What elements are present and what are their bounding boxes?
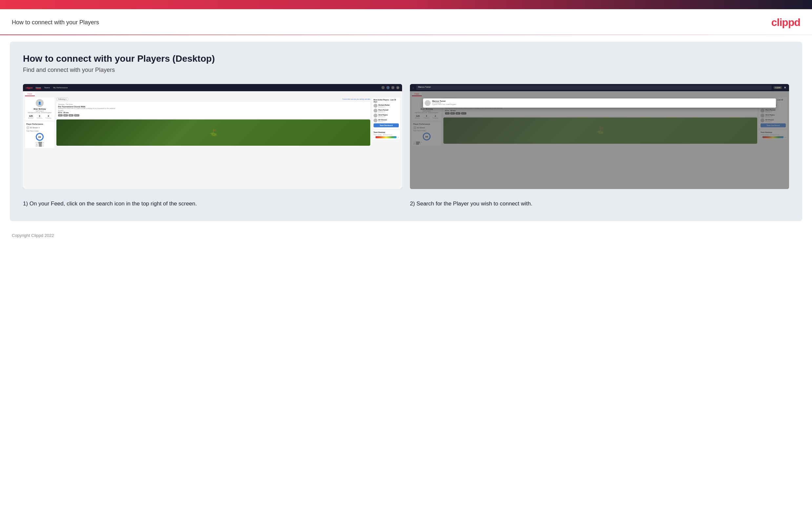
- footer: Copyright Clippd 2022: [0, 228, 812, 243]
- mini-nav-1: clippd Home Teams My Performance ⌕ 👤 ⚙ ◉: [23, 84, 402, 91]
- active-players-card: Most Active Players · Last 30 days Richa…: [372, 97, 400, 129]
- search-icon-nav[interactable]: ⌕: [381, 86, 385, 89]
- quality-label: Total Player Quality: [26, 130, 53, 132]
- screenshot-2: ⌕ Marcus Turner CLEAR ✕ Feed: [410, 84, 789, 189]
- following-row: Following ▾ Control who can see your act…: [56, 97, 370, 101]
- player-avatar-3: [374, 114, 378, 118]
- chevron-down-icon: ▾: [39, 127, 40, 129]
- quality-bar-arg: ARG ███ 84: [26, 145, 53, 147]
- player-item-4: Eli Vincent Activities: 1: [374, 119, 399, 122]
- clear-button[interactable]: CLEAR: [774, 86, 782, 89]
- mini-right-col: Most Active Players · Last 30 days Richa…: [372, 97, 400, 183]
- player-avatar-sm: [26, 126, 30, 129]
- page-title: How to connect with your Players: [12, 19, 99, 26]
- mini-nav-performance: My Performance: [53, 87, 67, 89]
- player-item-1: Richard Butler Activities: 7: [374, 104, 399, 108]
- header-divider: [0, 35, 812, 35]
- heatmap-range: -5 +5: [374, 136, 399, 138]
- heatmap-card: Team Heatmap Player Quality · 20 Round T…: [372, 130, 400, 139]
- header: How to connect with your Players clippd: [0, 9, 812, 35]
- profile-icon-nav[interactable]: ◉: [396, 86, 399, 89]
- player-info-3: Hiral Pujara Activities: 3: [378, 114, 399, 118]
- result-club: Cypress Point Club, United Kingdom: [432, 104, 456, 105]
- avatar: 👤: [36, 99, 44, 107]
- golf-image: ⛳: [56, 120, 370, 146]
- tag-arg: ARG: [68, 114, 74, 117]
- stat-followers: 3 Followers: [37, 115, 42, 119]
- mini-nav-icons: ⌕ 👤 ⚙ ◉: [381, 86, 399, 89]
- active-players-title: Most Active Players · Last 30 days: [374, 99, 399, 103]
- player-info-4: Eli Vincent Activities: 1: [378, 119, 399, 122]
- heatmap-title: Team Heatmap: [374, 131, 399, 133]
- search-input[interactable]: Marcus Turner: [416, 85, 772, 90]
- player-item-3: Hiral Pujara Activities: 3: [374, 114, 399, 118]
- profile-card: 👤 Blair McHarg Golf Coach Mill Ride Golf…: [25, 97, 54, 120]
- activity-location: Yesterday · The Grove: [58, 104, 369, 105]
- mini-left-col: 👤 Blair McHarg Golf Coach Mill Ride Golf…: [25, 97, 54, 183]
- player-select[interactable]: Eli Vincent ▾: [26, 126, 53, 129]
- mini-nav-home: Home: [36, 87, 41, 89]
- tag-ott: OTT: [58, 114, 63, 117]
- control-link[interactable]: Control who can see your activity and da…: [342, 98, 370, 100]
- caption-1: 1) On your Feed, click on the search ico…: [23, 200, 402, 208]
- player-performance-card: Player Performance Eli Vincent ▾ Total P…: [25, 122, 54, 148]
- search-icon: ⌕: [413, 86, 414, 89]
- player-item-2: Piers Parnell Activities: 4: [374, 109, 399, 113]
- main-content: How to connect with your Players (Deskto…: [10, 42, 802, 221]
- screenshot-1: clippd Home Teams My Performance ⌕ 👤 ⚙ ◉…: [23, 84, 402, 189]
- close-button[interactable]: ✕: [784, 86, 786, 89]
- tag-putt: PUTT: [74, 114, 79, 117]
- mini-body-1: 👤 Blair McHarg Golf Coach Mill Ride Golf…: [23, 96, 402, 185]
- heatmap-subtitle: Player Quality · 20 Round Trend: [374, 134, 399, 135]
- stat-following: 4 Following: [46, 115, 51, 119]
- user-icon-nav[interactable]: 👤: [386, 86, 390, 89]
- mini-app-2: ⌕ Marcus Turner CLEAR ✕ Feed: [410, 84, 789, 189]
- activity-desc: Walking the course with my coach to buil…: [58, 108, 369, 109]
- profile-stats: 129 Activities 3 Followers 4 Following: [27, 115, 53, 119]
- mini-logo-1: clippd: [26, 86, 33, 89]
- result-avatar: [425, 100, 431, 106]
- player-avatar-2: [374, 109, 378, 113]
- background-content: Feed 👤 Blair McHarg Golf Coach Mill Ride…: [410, 91, 789, 189]
- mini-app-1: clippd Home Teams My Performance ⌕ 👤 ⚙ ◉…: [23, 84, 402, 189]
- player-info-2: Piers Parnell Activities: 4: [378, 109, 399, 113]
- stat-activities: 129 Activities: [28, 115, 34, 119]
- mini-center-col: Following ▾ Control who can see your act…: [56, 97, 370, 183]
- player-performance-title: Player Performance: [26, 123, 53, 125]
- activity-card: Yesterday · The Grove Pre Tournament Cou…: [56, 102, 370, 118]
- player-avatar-1: [374, 104, 378, 108]
- screenshots-grid: clippd Home Teams My Performance ⌕ 👤 ⚙ ◉…: [23, 84, 789, 189]
- main-subheading: Find and connect with your Players: [23, 67, 789, 74]
- settings-icon-nav[interactable]: ⚙: [391, 86, 394, 89]
- heatmap-bar: [376, 136, 397, 138]
- team-dashboard-button[interactable]: Team Dashboard: [374, 123, 399, 127]
- search-bar: ⌕ Marcus Turner CLEAR ✕: [410, 84, 789, 91]
- player-info-1: Richard Butler Activities: 7: [378, 104, 399, 108]
- top-bar: [0, 0, 812, 9]
- following-button[interactable]: Following ▾: [56, 97, 68, 101]
- copyright: Copyright Clippd 2022: [12, 233, 54, 238]
- feed-tab[interactable]: Feed: [25, 92, 35, 96]
- captions-grid: 1) On your Feed, click on the search ico…: [23, 200, 789, 208]
- activity-duration: 02 hr : 00 min: [58, 112, 369, 114]
- search-result[interactable]: Marcus Turner 1.5 Handicap Cypress Point…: [423, 98, 776, 108]
- logo: clippd: [771, 16, 800, 29]
- result-info: Marcus Turner 1.5 Handicap Cypress Point…: [432, 100, 456, 105]
- quality-score: 84: [36, 133, 44, 141]
- activity-tags: OTT APP ARG PUTT: [58, 114, 369, 117]
- caption-2: 2) Search for the Player you wish to con…: [410, 200, 789, 208]
- player-avatar-4: [374, 119, 378, 122]
- mini-nav-teams: Teams: [44, 87, 50, 89]
- main-heading: How to connect with your Players (Deskto…: [23, 53, 789, 64]
- profile-club: Mill Ride Golf Club, United Kingdom: [27, 112, 53, 114]
- tag-app: APP: [63, 114, 68, 117]
